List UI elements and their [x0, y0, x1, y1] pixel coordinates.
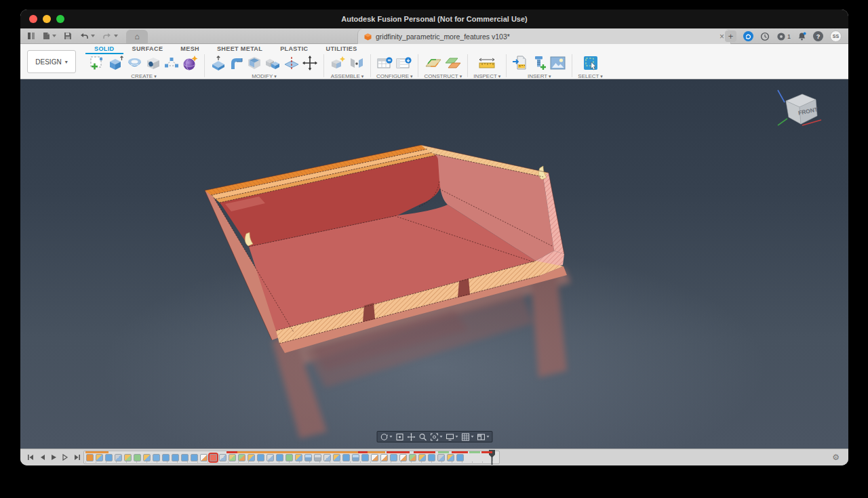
- data-panel-button[interactable]: [27, 32, 35, 40]
- group-insert-label[interactable]: INSERT: [528, 73, 551, 79]
- timeline-feature-mirror[interactable]: [134, 454, 141, 461]
- group-construct-label[interactable]: CONSTRUCT: [424, 73, 462, 79]
- view-cube[interactable]: FRONT: [772, 86, 829, 135]
- go-to-start-button[interactable]: [27, 454, 34, 461]
- save-button[interactable]: [64, 32, 72, 40]
- timeline-feature-extrude[interactable]: [172, 454, 179, 461]
- new-tab-button[interactable]: [725, 30, 736, 42]
- insert-fastener-button[interactable]: [531, 55, 547, 71]
- group-assemble-label[interactable]: ASSEMBLE: [331, 73, 364, 79]
- timeline-feature-sketch[interactable]: [200, 454, 208, 461]
- tab-solid[interactable]: SOLID: [85, 44, 123, 54]
- file-menu-button[interactable]: [43, 32, 56, 40]
- maximize-window-button[interactable]: [56, 15, 64, 23]
- shell-button[interactable]: [246, 55, 262, 71]
- timeline-feature-sketch[interactable]: [371, 454, 378, 461]
- timeline-feature-extrude[interactable]: [276, 454, 283, 461]
- new-component-button[interactable]: [330, 55, 347, 71]
- timeline-feature-pattern[interactable]: [333, 454, 340, 461]
- workspace-switcher[interactable]: DESIGN: [27, 50, 76, 73]
- timeline-feature-extrude[interactable]: [162, 454, 170, 461]
- go-to-end-button[interactable]: [74, 454, 81, 461]
- step-forward-button[interactable]: [62, 454, 68, 461]
- step-back-button[interactable]: [39, 454, 45, 461]
- job-status-button[interactable]: 1: [776, 32, 791, 41]
- notifications-button[interactable]: [797, 32, 806, 41]
- timeline-feature-shell[interactable]: [304, 454, 312, 461]
- timeline-feature-revolve[interactable]: [115, 454, 122, 461]
- fit-button[interactable]: [430, 433, 442, 441]
- home-tab-button[interactable]: [126, 30, 148, 43]
- extensions-button[interactable]: [743, 31, 753, 41]
- tab-mesh[interactable]: MESH: [172, 44, 208, 54]
- pan-button[interactable]: [407, 433, 415, 441]
- sketch-dimension-button[interactable]: [163, 55, 180, 71]
- orbit-button[interactable]: [380, 433, 392, 441]
- tab-utilities[interactable]: UTILITIES: [317, 44, 366, 54]
- viewports-button[interactable]: [477, 433, 489, 441]
- timeline-feature-extrude[interactable]: [257, 454, 264, 461]
- timeline-feature-sketch[interactable]: [380, 454, 388, 461]
- timeline-feature-feature-selected[interactable]: [210, 454, 217, 461]
- timeline-feature-fillet[interactable]: [153, 454, 160, 461]
- minimize-window-button[interactable]: [43, 15, 51, 23]
- timeline-feature-sketch[interactable]: [399, 454, 407, 461]
- configuration-table-button[interactable]: [376, 55, 393, 71]
- timeline-feature-extrude[interactable]: [361, 454, 369, 461]
- close-window-button[interactable]: [29, 15, 37, 23]
- timeline-feature-component[interactable]: [323, 454, 331, 461]
- timeline-track[interactable]: [83, 451, 500, 464]
- timeline-feature-mirror[interactable]: [285, 454, 293, 461]
- group-select-label[interactable]: SELECT: [578, 73, 603, 79]
- canvas-button[interactable]: [549, 56, 566, 70]
- configuration-insert-button[interactable]: [395, 55, 412, 71]
- timeline-feature-pattern[interactable]: [418, 454, 426, 461]
- timeline-feature-revolve[interactable]: [437, 454, 445, 461]
- timeline-feature-extrude[interactable]: [342, 454, 350, 461]
- timeline-feature-extrude[interactable]: [191, 454, 198, 461]
- tab-surface[interactable]: SURFACE: [123, 44, 172, 54]
- timeline-feature-extrude[interactable]: [181, 454, 189, 461]
- timeline-feature-shell[interactable]: [314, 454, 321, 461]
- grid-snaps-button[interactable]: [461, 433, 473, 441]
- revolve-button[interactable]: [126, 56, 143, 70]
- account-avatar[interactable]: SS: [830, 30, 842, 42]
- midplane-button[interactable]: [444, 55, 462, 71]
- redo-button[interactable]: [102, 33, 118, 40]
- hole-button[interactable]: [145, 55, 161, 71]
- timeline-feature-component[interactable]: [219, 454, 226, 461]
- document-tab[interactable]: gridfinity_parametric_more_features v103…: [357, 29, 731, 44]
- move-button[interactable]: [302, 55, 318, 71]
- timeline-feature-extrude[interactable]: [105, 454, 113, 461]
- create-sketch-button[interactable]: [89, 55, 105, 71]
- extrude-button[interactable]: [107, 55, 124, 72]
- insert-svg-button[interactable]: [512, 55, 529, 71]
- play-button[interactable]: [51, 454, 57, 461]
- form-button[interactable]: [182, 55, 199, 72]
- zoom-button[interactable]: [418, 433, 427, 441]
- timeline-feature-pattern[interactable]: [248, 454, 255, 461]
- timeline-feature-extrude[interactable]: [456, 454, 464, 461]
- timeline-feature-component[interactable]: [267, 454, 274, 461]
- group-configure-label[interactable]: CONFIGURE: [376, 73, 412, 79]
- timeline-feature-fillet[interactable]: [390, 454, 397, 461]
- combine-button[interactable]: [264, 55, 281, 71]
- measure-button[interactable]: [477, 56, 496, 70]
- select-window-button[interactable]: [583, 55, 599, 71]
- press-pull-button[interactable]: [210, 55, 226, 71]
- job-status-clock-button[interactable]: [760, 32, 770, 41]
- timeline-feature-sketch[interactable]: [86, 454, 94, 461]
- timeline-feature-pattern[interactable]: [295, 454, 302, 461]
- timeline-feature-construct[interactable]: [409, 454, 416, 461]
- timeline-feature-pattern[interactable]: [143, 454, 151, 461]
- timeline-feature-construct[interactable]: [238, 454, 245, 461]
- timeline-settings-gear-icon[interactable]: [832, 453, 840, 462]
- group-create-label[interactable]: CREATE: [131, 73, 156, 79]
- help-button[interactable]: [813, 31, 823, 41]
- gridfinity-bin-model[interactable]: [20, 79, 848, 449]
- timeline-feature-shell[interactable]: [352, 454, 359, 461]
- timeline-feature-pattern[interactable]: [447, 454, 454, 461]
- timeline-feature-pattern[interactable]: [124, 454, 132, 461]
- tab-close-icon[interactable]: [719, 32, 724, 41]
- timeline-feature-pattern[interactable]: [96, 454, 103, 461]
